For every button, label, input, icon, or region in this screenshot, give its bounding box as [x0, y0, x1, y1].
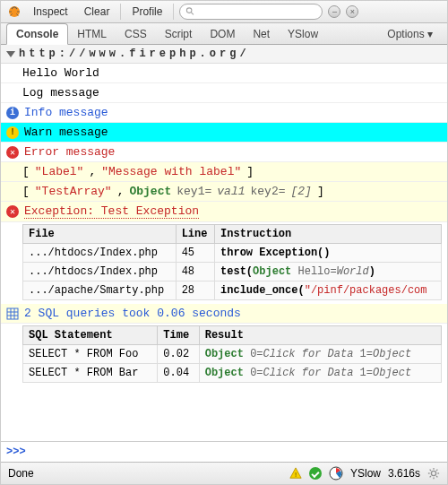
label-msg: "Message with label" [101, 165, 241, 178]
request-url: http://www.firephp.org/ [19, 48, 250, 60]
cell-line: 48 [176, 263, 214, 281]
table-header-row: File Line Instruction [23, 225, 442, 244]
bracket: [ [22, 165, 30, 178]
cell-file: .../htdocs/Index.php [23, 263, 177, 281]
cell-instr: test(Object Hello=World) [215, 263, 442, 281]
log-row-error[interactable]: ✕Error message [1, 143, 447, 162]
array-name: "TestArray" [35, 185, 112, 198]
cell-stmt: SELECT * FROM Foo [23, 345, 158, 364]
log-row[interactable]: Log message [1, 83, 447, 103]
cell-time: 0.02 [158, 345, 199, 364]
exception-text[interactable]: Exception: Test Exception [24, 204, 199, 219]
inspect-button[interactable]: Inspect [28, 4, 73, 20]
table-row[interactable]: SELECT * FROM Foo 0.02 Object 0=Click fo… [23, 345, 442, 364]
cell-file: .../htdocs/Index.php [23, 244, 177, 263]
close-button[interactable]: × [346, 5, 358, 18]
svg-line-22 [436, 470, 437, 471]
sql-table: SQL Statement Time Result SELECT * FROM … [22, 325, 442, 383]
table-icon [6, 307, 19, 320]
cell-time: 0.04 [158, 364, 199, 383]
tab-bar: Console HTML CSS Script DOM Net YSlow Op… [1, 23, 447, 45]
log-row-exception[interactable]: ✕Exception: Test Exception [1, 202, 447, 222]
log-text: Warn message [24, 126, 108, 139]
comma: , [89, 165, 96, 178]
svg-line-6 [192, 13, 194, 15]
table-row[interactable]: SELECT * FROM Bar 0.04 Object 0=Click fo… [23, 364, 442, 383]
object-label[interactable]: Object [129, 185, 171, 198]
stack-trace-table: File Line Instruction .../htdocs/Index.p… [22, 224, 442, 300]
status-text: Done [8, 467, 34, 480]
log-text: Hello World [22, 66, 99, 80]
tab-css[interactable]: CSS [116, 24, 156, 44]
firebug-icon [6, 4, 22, 20]
col-time: Time [158, 326, 199, 345]
expand-toggle-icon[interactable] [6, 51, 15, 57]
status-bar: Done ! YSlow 3.616s [1, 462, 447, 484]
cell-instr: throw Exception() [215, 244, 442, 263]
cell-file: .../apache/Smarty.php [23, 281, 177, 300]
cell-stmt: SELECT * FROM Bar [23, 364, 158, 383]
table-row[interactable]: .../apache/Smarty.php 28 include_once("/… [23, 281, 442, 300]
log-text: Log message [22, 86, 99, 100]
table-header-row: SQL Statement Time Result [23, 326, 442, 345]
search-icon [185, 6, 195, 17]
log-text: Error message [24, 145, 115, 159]
search-box[interactable] [179, 4, 323, 20]
info-icon: i [6, 107, 19, 119]
gear-icon[interactable] [427, 467, 440, 480]
ok-icon[interactable] [309, 467, 322, 480]
val: [2] [291, 185, 312, 198]
log-row-label[interactable]: [ "Label", "Message with label" ] [1, 162, 447, 182]
console-panel: http://www.firephp.org/ Hello World Log … [1, 45, 447, 441]
options-menu[interactable]: Options ▾ [378, 24, 442, 44]
svg-point-14 [431, 471, 435, 475]
search-input[interactable] [195, 5, 316, 18]
cell-line: 45 [176, 244, 214, 263]
val: val1 [217, 185, 245, 198]
svg-line-21 [430, 476, 431, 477]
request-url-row[interactable]: http://www.firephp.org/ [1, 45, 447, 64]
error-icon: ✕ [6, 205, 19, 218]
comma: , [117, 185, 125, 198]
bracket: ] [246, 165, 254, 178]
log-row-array[interactable]: [ "TestArray", Object key1=val1 key2=[2]… [1, 182, 447, 202]
bracket: [ [22, 185, 30, 198]
col-statement: SQL Statement [23, 326, 158, 345]
svg-line-20 [436, 476, 437, 477]
clear-button[interactable]: Clear [79, 4, 116, 20]
svg-rect-7 [7, 308, 18, 319]
separator [120, 4, 121, 20]
toolbar: Inspect Clear Profile – × [1, 1, 447, 23]
separator [173, 4, 174, 20]
warn-icon: ! [6, 126, 19, 139]
tab-net[interactable]: Net [244, 24, 279, 44]
table-row[interactable]: .../htdocs/Index.php 45 throw Exception(… [23, 244, 442, 263]
minimize-button[interactable]: – [328, 5, 340, 18]
log-row-info[interactable]: iInfo message [1, 103, 447, 123]
tab-html[interactable]: HTML [68, 24, 116, 44]
sql-summary-text: 2 SQL queries took 0.06 seconds [24, 307, 241, 320]
tab-script[interactable]: Script [156, 24, 202, 44]
tab-console[interactable]: Console [6, 23, 68, 45]
log-row[interactable]: Hello World [1, 64, 447, 83]
key: key1= [177, 185, 211, 198]
warning-icon[interactable]: ! [289, 467, 302, 480]
log-row-warn[interactable]: !Warn message [1, 123, 447, 143]
svg-line-19 [430, 470, 431, 471]
yslow-label[interactable]: YSlow [350, 467, 381, 480]
tab-dom[interactable]: DOM [201, 24, 244, 44]
profile-button[interactable]: Profile [126, 4, 168, 20]
yslow-icon[interactable] [329, 466, 343, 481]
load-time: 3.616s [388, 467, 420, 480]
cell-result[interactable]: Object 0=Click for Data 1=Object [199, 364, 441, 383]
cell-result[interactable]: Object 0=Click for Data 1=Object [199, 345, 441, 364]
console-prompt[interactable]: >>> [1, 441, 447, 462]
key: key2= [251, 185, 286, 198]
table-row[interactable]: .../htdocs/Index.php 48 test(Object Hell… [23, 263, 442, 281]
cell-line: 28 [176, 281, 214, 300]
col-line: Line [176, 225, 214, 244]
svg-text:!: ! [295, 471, 297, 479]
error-icon: ✕ [6, 146, 19, 159]
tab-yslow[interactable]: YSlow [279, 24, 327, 44]
sql-summary-row[interactable]: 2 SQL queries took 0.06 seconds [1, 304, 447, 324]
